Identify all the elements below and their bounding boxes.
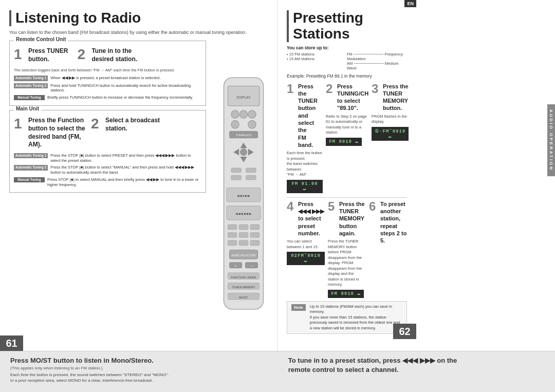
auto2-text: Press and hold TUNING/CH button to autom…	[50, 83, 201, 94]
svg-rect-24	[239, 225, 248, 230]
auto1-tuning: Automatic Tuning 1 When ◀◀/▶▶ is pressed…	[14, 76, 201, 81]
toggle-note: The selection toggles back and forth bet…	[14, 68, 201, 73]
left-subtitle: You can listen to the chosen band (FM br…	[9, 29, 268, 36]
preset-step3-num: 3	[372, 83, 381, 95]
page-number-left: 61	[0, 335, 23, 351]
remote-control-image: DISPLAY TUNING/CH	[215, 41, 272, 346]
svg-text:TUNER MEMORY: TUNER MEMORY	[232, 286, 255, 289]
preset-step5-display: FM 8910 ▬	[328, 290, 364, 298]
main-step2-text: Select a broadcast station.	[105, 117, 160, 133]
svg-rect-25	[250, 225, 260, 230]
preset-step3: 3 Press the TUNER MEMORY button. PRGM fl…	[372, 83, 409, 193]
svg-rect-29	[228, 240, 237, 246]
remote-control-label: Remote Control Unit	[14, 36, 68, 42]
svg-rect-26	[228, 232, 237, 237]
preset-step5-body: Press the TUNER MEMORY button before PRG…	[328, 239, 366, 288]
preset-step2-display: FM 8910 ▬	[326, 138, 362, 146]
svg-point-14	[240, 149, 247, 156]
footer-left-sub: (This applies only when listening to an …	[10, 366, 267, 370]
preset-top-steps: 1 Press the TUNER button and select the …	[287, 83, 407, 193]
preset-step2: 2 Press TUNING/CH to select "89.10". Ref…	[326, 83, 368, 193]
main-step1-number: 1	[14, 117, 25, 131]
preset-step5: 5 Press the TUNER MEMORY button again. P…	[328, 200, 366, 298]
main-auto2-tuning: Automatic Tuning 2 Press the STOP (■) bu…	[14, 165, 201, 175]
preset-step1-num: 1	[287, 83, 296, 95]
svg-rect-27	[239, 232, 248, 237]
svg-rect-18	[246, 175, 256, 180]
store-item-1: • 15 AM stations	[287, 57, 347, 61]
en-badge: EN	[404, 0, 416, 7]
auto2-badge: Automatic Tuning 2	[14, 83, 48, 88]
preset-step4-num: 4	[287, 200, 296, 213]
auto1-badge: Automatic Tuning 1	[14, 76, 48, 81]
main-manual-text: Press STOP (■) to select MANUAL and then…	[47, 177, 201, 188]
preset-step4-text: Press ◀◀◀ ▶▶▶ to select preset number.	[298, 200, 325, 237]
note-box: Note Up to 15 stations (FM/AM each) you …	[287, 301, 407, 334]
footer-left-main: Press MO/ST button to listen in Mono/Ste…	[10, 357, 267, 364]
remote-step1-number: 1	[14, 47, 25, 62]
main-step-row: 1 Press the Function button to select th…	[14, 117, 201, 148]
preset-step1: 1 Press the TUNER button and select the …	[287, 83, 323, 193]
svg-rect-23	[228, 225, 237, 230]
store-info-grid: • 15 FM stations • 15 AM stations FM ───…	[287, 52, 407, 70]
preset-step4: 4 Press ◀◀◀ ▶▶▶ to select preset number.…	[287, 200, 325, 298]
preset-bottom-steps: 4 Press ◀◀◀ ▶▶▶ to select preset number.…	[287, 200, 407, 298]
auto2-tuning: Automatic Tuning 2 Press and hold TUNING…	[14, 83, 201, 94]
preset-step3-body: PRGM flashes in the display.	[372, 114, 409, 125]
main-auto1-badge: Automatic Tuning 1	[14, 153, 48, 158]
svg-point-5	[248, 110, 256, 118]
bottom-footer: Press MO/ST button to listen in Mono/Ste…	[0, 351, 555, 392]
example-line: Example: Presetting FM 89.1 in the memor…	[287, 73, 407, 79]
manual-tuning: Manual Tuning Briefly press TUNING/CH bu…	[14, 95, 201, 100]
main-unit-section: Main Unit 1 Press the Function button to…	[9, 110, 206, 193]
right-panel: EN Presetting Stations You can store up …	[278, 0, 416, 339]
preset-step3-text: Press the TUNER MEMORY button.	[383, 83, 409, 112]
preset-step2-num: 2	[326, 83, 335, 95]
svg-text:MO/ST: MO/ST	[239, 296, 248, 299]
left-panel: Listening to Radio You can listen to the…	[0, 0, 278, 351]
remote-step2-text: Tune in to the desired station.	[91, 47, 137, 63]
svg-rect-28	[250, 232, 260, 237]
main-auto1-tuning: Automatic Tuning 1 Press the STOP (■) bu…	[14, 153, 201, 163]
main-auto1-text: Press the STOP (■) button to select PRES…	[50, 153, 201, 163]
footer-right-body: remote control to select a channel.	[288, 366, 545, 374]
svg-text:BAND SELECTOR: BAND SELECTOR	[232, 254, 255, 257]
main-step1-text: Press the Function button to select the …	[28, 117, 85, 148]
store-item-0: • 15 FM stations	[287, 52, 347, 57]
main-auto2-text: Press the STOP (■) button to select "MAN…	[50, 165, 201, 175]
store-type-0: FM ─────────── Frequency Modulation	[347, 52, 407, 61]
preset-step4-display: 02FM˜8910 ▬	[287, 252, 325, 265]
svg-point-4	[239, 110, 247, 118]
svg-point-3	[231, 110, 239, 118]
audio-operation-tab: AUDIO OPERATION	[547, 104, 555, 176]
auto1-text: When ◀◀/▶▶ is pressed, a preset broadcas…	[50, 76, 160, 81]
divider	[287, 197, 407, 198]
svg-rect-17	[231, 175, 242, 180]
preset-step5-text: Press the TUNER MEMORY button again.	[339, 200, 366, 237]
remote-svg: DISPLAY TUNING/CH	[215, 41, 272, 346]
preset-step3-display: ①∙FM˜8910 ▬	[372, 127, 409, 141]
main-unit-label: Main Unit	[14, 106, 41, 111]
right-panel-wrapper: EN Presetting Stations You can store up …	[278, 0, 555, 351]
left-title: Listening to Radio	[9, 10, 268, 26]
svg-text:FUNCTION / MODE: FUNCTION / MODE	[231, 276, 256, 279]
svg-rect-30	[239, 240, 248, 246]
preset-step5-num: 5	[328, 200, 337, 213]
preset-step1-body: Each time the button is pressed, the ban…	[287, 151, 323, 178]
svg-rect-16	[246, 168, 256, 173]
remote-step1-text: Press TUNER button.	[28, 47, 68, 63]
main-manual-badge: Manual Tuning	[14, 177, 45, 182]
right-title: Presetting Stations	[287, 10, 407, 42]
note-text: Up to 15 stations (FM/AM each) you can s…	[310, 304, 402, 331]
svg-text:◀◀  ■  ▶▶: ◀◀ ■ ▶▶	[237, 194, 250, 197]
svg-rect-31	[250, 240, 260, 246]
footer-left: Press MO/ST button to listen in Mono/Ste…	[10, 357, 267, 383]
store-info: You can store up to: • 15 FM stations • …	[287, 45, 407, 70]
svg-point-7	[248, 121, 256, 128]
preset-step4-body: You can select between 1 and 15.	[287, 239, 325, 250]
preset-step2-text: Press TUNING/CH to select "89.10".	[337, 83, 368, 112]
preset-step6-text: To preset another station, repeat steps …	[380, 200, 407, 245]
preset-step6: 6 To preset another station, repeat step…	[369, 200, 407, 298]
remote-step1-row: 1 Press TUNER button. 2 Tune in to the d…	[14, 47, 201, 63]
manual-text: Briefly press TUNING/CH button to increa…	[47, 95, 193, 100]
